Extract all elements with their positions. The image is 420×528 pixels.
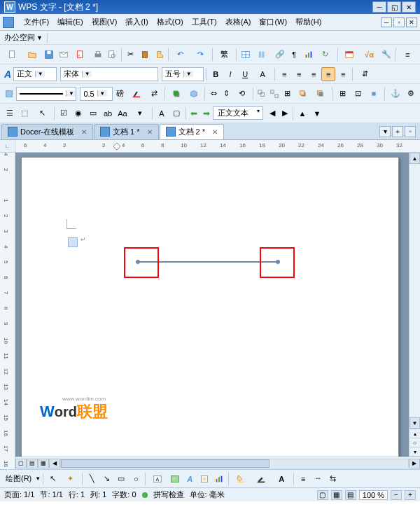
line-color-tool-button[interactable]	[251, 472, 271, 486]
frame-button[interactable]: ▢	[169, 106, 183, 120]
menu-dropdown-button[interactable]: ≡	[398, 48, 417, 62]
align-left-button[interactable]: ≡	[277, 67, 291, 81]
document-page[interactable]: ↵ www.wordlm.com Word联盟	[21, 157, 399, 457]
insert-date-button[interactable]	[340, 48, 359, 62]
size-combo[interactable]: 五号▼	[162, 67, 204, 81]
textbox-tool-button[interactable]: A	[148, 472, 167, 486]
ungroup-button[interactable]	[268, 87, 281, 101]
menu-o[interactable]: 格式(O)	[153, 15, 188, 29]
outline-level-combo[interactable]: 正文文本	[213, 106, 263, 120]
status-spell[interactable]: 拼写检查	[153, 489, 184, 500]
align-justify-button[interactable]: ≡	[321, 67, 335, 81]
h-spacing-button[interactable]: ⇔	[207, 87, 220, 101]
new-button[interactable]	[3, 48, 22, 62]
line-tool-button[interactable]: ╲	[85, 472, 99, 486]
doc-tab[interactable]: 文档 2 *✕	[160, 124, 225, 139]
tab-close-icon[interactable]: ✕	[147, 128, 153, 136]
prev-page-button[interactable]: ▴	[410, 429, 420, 438]
tab-list-button[interactable]: ▾	[379, 126, 391, 137]
align-button[interactable]: ⊞	[281, 87, 294, 101]
minimize-button[interactable]: ─	[372, 1, 386, 13]
workspace-label[interactable]: 办公空间	[4, 32, 35, 43]
tab-close-icon[interactable]: ✕	[212, 128, 218, 136]
zoom-in-button[interactable]: +	[405, 490, 416, 500]
outdent-small-icon[interactable]: ◀	[267, 108, 278, 119]
snap-button[interactable]: ⊡	[352, 87, 365, 101]
vertical-ruler[interactable]: ∟ 42123456789101112131415161718	[0, 140, 15, 469]
line-spacing-button[interactable]: ⇵	[355, 67, 374, 81]
arrow-ends-button[interactable]: ⇆	[326, 472, 340, 486]
select-tool-button[interactable]: ↖	[46, 472, 59, 486]
arrow-tool-button[interactable]: ↘	[99, 472, 113, 486]
doc-app-icon[interactable]	[3, 17, 14, 28]
open-button[interactable]	[22, 48, 41, 62]
text-field-button[interactable]: ab	[101, 106, 115, 120]
label-button[interactable]: Aa	[115, 106, 130, 120]
hyperlink-button[interactable]: 🔗	[273, 48, 287, 62]
3d-button[interactable]	[186, 87, 203, 101]
menu-t[interactable]: 工具(T)	[188, 15, 221, 29]
bold-button[interactable]: B	[209, 67, 223, 81]
textbox-icon[interactable]: A	[155, 106, 169, 120]
draw-menu-label[interactable]: 绘图(R)	[3, 473, 34, 484]
new-tab-button[interactable]: ＋	[392, 126, 403, 137]
send-back-button[interactable]	[312, 87, 330, 101]
chart-button[interactable]	[302, 48, 316, 62]
rect-tool-button[interactable]: ▭	[114, 472, 128, 486]
sub-restore-button[interactable]: ▫	[393, 18, 405, 27]
line-width-spinner[interactable]: 0.5▼	[80, 87, 113, 101]
view-mode-1-button[interactable]: ▢	[317, 490, 328, 500]
next-page-button[interactable]: ▾	[410, 447, 420, 457]
menu-h[interactable]: 帮助(H)	[291, 15, 326, 29]
underline-button[interactable]: U	[238, 67, 252, 81]
horizontal-scrollbar[interactable]: ▢ ▤ ▦ ◀ ▶	[15, 457, 420, 469]
view-outline-button[interactable]: ▤	[27, 459, 38, 468]
dropdown-field-button[interactable]: ▾	[130, 106, 150, 120]
scroll-left-button[interactable]: ◀	[49, 459, 60, 468]
language-button[interactable]: 繁	[215, 48, 234, 62]
drawn-line-shape[interactable]	[138, 261, 278, 263]
undo-button[interactable]: ↶	[171, 48, 190, 62]
columns-button[interactable]	[253, 48, 272, 62]
style-combo[interactable]: 正文▼	[13, 67, 57, 81]
view-mode-3-button[interactable]: ▤	[345, 490, 356, 500]
status-unit[interactable]: 单位: 毫米	[190, 489, 225, 500]
italic-button[interactable]: I	[223, 67, 237, 81]
anchor-button[interactable]: ⚓	[387, 87, 405, 101]
move-up-button[interactable]: ▲	[295, 106, 309, 120]
equation-button[interactable]: √α	[360, 48, 379, 62]
menu-e[interactable]: 编辑(E)	[53, 15, 88, 29]
close-button[interactable]: ✕	[402, 1, 416, 13]
font-color-tool-button[interactable]: A	[272, 472, 291, 486]
wordart-button[interactable]: A	[183, 472, 197, 486]
doc-tab[interactable]: 文档 1 *✕	[94, 124, 159, 139]
indent-small-icon[interactable]: ▶	[279, 108, 290, 119]
chart-tool-button[interactable]	[212, 472, 226, 486]
prev-arrow-icon[interactable]: ⬅	[188, 108, 200, 119]
v-spacing-button[interactable]: ⇕	[220, 87, 233, 101]
insert-table-button[interactable]	[239, 48, 253, 62]
format-painter-button[interactable]	[153, 48, 167, 62]
indent-marker-icon[interactable]	[113, 142, 120, 151]
view-page-button[interactable]: ▦	[38, 459, 49, 468]
font-effect-button[interactable]: A	[253, 67, 272, 81]
browse-object-button[interactable]: ○	[410, 438, 420, 447]
export-pdf-button[interactable]: P	[71, 48, 90, 62]
menu-i[interactable]: 插入(I)	[121, 15, 152, 29]
arrow-style-button[interactable]: ⇄	[146, 87, 163, 101]
dash-style-button[interactable]: ┄	[311, 472, 325, 486]
zoom-level[interactable]: 100 %	[359, 490, 388, 500]
line-style-combo[interactable]: ▼	[16, 87, 77, 101]
paste-button[interactable]	[138, 48, 152, 62]
radio-button[interactable]: ◉	[71, 106, 85, 120]
document-viewport[interactable]: ↵ www.wordlm.com Word联盟 ▲ ▼ ▴ ○ ▾	[15, 153, 420, 457]
tab-menu-button[interactable]: ▫	[405, 126, 416, 137]
grid-button[interactable]: ⊞	[334, 87, 351, 101]
move-down-button[interactable]: ▼	[310, 106, 324, 120]
menu-w[interactable]: 窗口(W)	[255, 15, 291, 29]
refresh-button[interactable]: ↻	[316, 48, 335, 62]
fill-color-button[interactable]	[231, 472, 251, 486]
no-fill-button[interactable]	[3, 87, 15, 101]
sub-minimize-button[interactable]: ─	[381, 18, 392, 27]
shadow-button[interactable]	[167, 87, 185, 101]
